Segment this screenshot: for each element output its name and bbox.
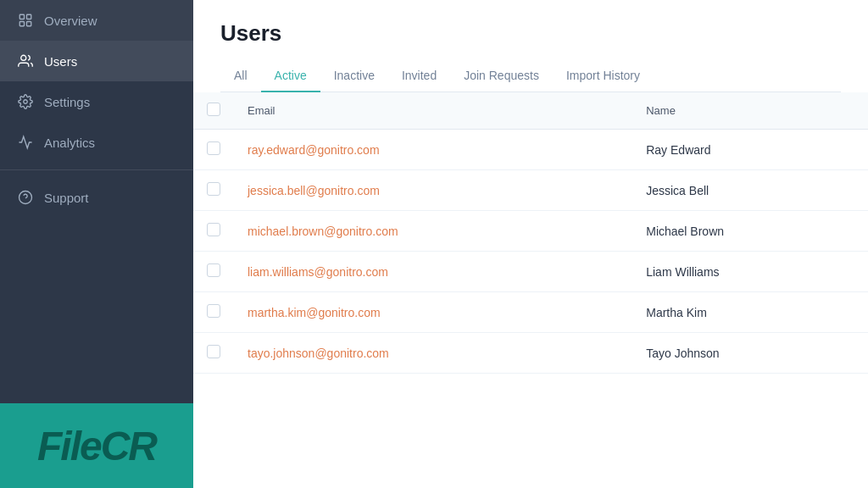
tab-active[interactable]: Active xyxy=(261,60,320,92)
row-checkbox[interactable] xyxy=(207,141,220,155)
header-checkbox-cell xyxy=(193,92,234,130)
page-header: Users All Active Inactive Invited Join R… xyxy=(193,0,868,92)
sidebar-item-label: Users xyxy=(44,54,77,69)
header-name: Name xyxy=(632,92,868,130)
table-row: martha.kim@gonitro.comMartha Kim xyxy=(193,292,868,333)
row-checkbox-cell xyxy=(193,333,234,374)
table-row: michael.brown@gonitro.comMichael Brown xyxy=(193,211,868,252)
sidebar-item-label: Settings xyxy=(44,95,90,109)
row-checkbox-cell xyxy=(193,292,234,333)
sidebar-item-label: Analytics xyxy=(44,136,95,150)
table-body: ray.edward@gonitro.comRay Edwardjessica.… xyxy=(193,130,868,374)
row-checkbox[interactable] xyxy=(207,182,220,196)
sidebar-item-settings[interactable]: Settings xyxy=(0,81,193,122)
email-link[interactable]: tayo.johnson@gonitro.com xyxy=(248,347,389,360)
row-checkbox-cell xyxy=(193,252,234,292)
tab-inactive[interactable]: Inactive xyxy=(320,60,388,92)
email-link[interactable]: jessica.bell@gonitro.com xyxy=(248,184,380,197)
tab-join-requests[interactable]: Join Requests xyxy=(450,60,553,92)
row-email: martha.kim@gonitro.com xyxy=(234,292,632,333)
watermark: FileCR xyxy=(0,403,193,488)
email-link[interactable]: liam.williams@gonitro.com xyxy=(248,265,388,279)
sidebar-item-users[interactable]: Users xyxy=(0,41,193,81)
row-name: Liam Williams xyxy=(632,252,868,292)
users-table: Email Name ray.edward@gonitro.comRay Edw… xyxy=(193,92,868,374)
row-name: Ray Edward xyxy=(632,130,868,170)
table-header-row: Email Name xyxy=(193,92,868,130)
svg-rect-0 xyxy=(19,14,24,19)
users-icon xyxy=(17,53,34,69)
email-link[interactable]: ray.edward@gonitro.com xyxy=(248,143,380,157)
table-row: ray.edward@gonitro.comRay Edward xyxy=(193,130,868,170)
tabs-container: All Active Inactive Invited Join Request… xyxy=(220,60,841,92)
sidebar-item-overview[interactable]: Overview xyxy=(0,0,193,41)
sidebar-divider xyxy=(0,169,193,170)
svg-rect-1 xyxy=(27,14,31,19)
svg-point-4 xyxy=(21,55,26,60)
email-link[interactable]: michael.brown@gonitro.com xyxy=(248,225,398,238)
row-checkbox-cell xyxy=(193,211,234,252)
tab-invited[interactable]: Invited xyxy=(388,60,450,92)
gear-icon xyxy=(17,93,34,110)
svg-point-6 xyxy=(19,191,32,204)
support-icon xyxy=(17,189,34,206)
tab-all[interactable]: All xyxy=(220,60,261,92)
row-name: Michael Brown xyxy=(632,211,868,252)
row-checkbox[interactable] xyxy=(207,263,220,277)
users-table-container: Email Name ray.edward@gonitro.comRay Edw… xyxy=(193,92,868,488)
table-row: liam.williams@gonitro.comLiam Williams xyxy=(193,252,868,292)
row-email: michael.brown@gonitro.com xyxy=(234,211,632,252)
main-content: Users All Active Inactive Invited Join R… xyxy=(193,0,868,488)
row-name: Jessica Bell xyxy=(632,170,868,211)
row-checkbox[interactable] xyxy=(207,304,220,318)
svg-rect-2 xyxy=(19,22,24,26)
table-row: jessica.bell@gonitro.comJessica Bell xyxy=(193,170,868,211)
analytics-icon xyxy=(17,134,34,151)
table-row: tayo.johnson@gonitro.comTayo Johnson xyxy=(193,333,868,374)
sidebar-item-analytics[interactable]: Analytics xyxy=(0,122,193,163)
row-email: jessica.bell@gonitro.com xyxy=(234,170,632,211)
row-checkbox-cell xyxy=(193,130,234,170)
svg-rect-3 xyxy=(27,22,31,26)
sidebar-item-label: Support xyxy=(44,191,89,205)
tab-import-history[interactable]: Import History xyxy=(553,60,654,92)
sidebar-item-label: Overview xyxy=(44,14,97,28)
row-email: ray.edward@gonitro.com xyxy=(234,130,632,170)
row-email: liam.williams@gonitro.com xyxy=(234,252,632,292)
header-email: Email xyxy=(234,92,632,130)
row-checkbox[interactable] xyxy=(207,345,220,358)
page-title: Users xyxy=(220,20,841,47)
row-name: Martha Kim xyxy=(632,292,868,333)
sidebar-item-support[interactable]: Support xyxy=(0,177,193,218)
row-email: tayo.johnson@gonitro.com xyxy=(234,333,632,374)
grid-icon xyxy=(17,12,34,29)
row-checkbox[interactable] xyxy=(207,223,220,236)
email-link[interactable]: martha.kim@gonitro.com xyxy=(248,306,381,319)
select-all-checkbox[interactable] xyxy=(207,103,220,116)
row-name: Tayo Johnson xyxy=(632,333,868,374)
row-checkbox-cell xyxy=(193,170,234,211)
svg-point-5 xyxy=(24,100,28,104)
